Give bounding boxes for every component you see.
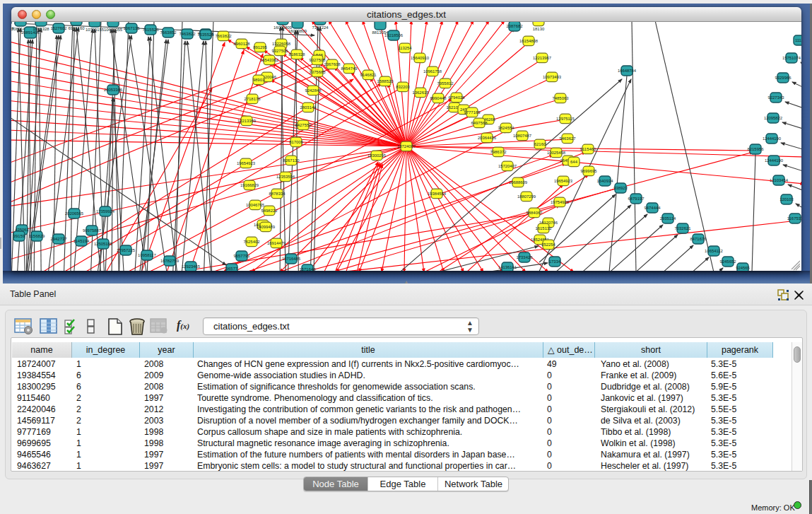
svg-text:7663822: 7663822 — [216, 34, 232, 38]
svg-text:16782759: 16782759 — [160, 259, 179, 263]
svg-text:8267130: 8267130 — [283, 158, 300, 163]
svg-text:18300295: 18300295 — [367, 153, 387, 158]
svg-text:7535526: 7535526 — [198, 33, 215, 37]
svg-text:7357224: 7357224 — [312, 25, 329, 30]
svg-text:8990448: 8990448 — [430, 96, 447, 100]
svg-text:12444190: 12444190 — [765, 158, 784, 163]
svg-text:924565: 924565 — [736, 266, 750, 270]
svg-text:2942737: 2942737 — [51, 237, 67, 241]
svg-text:12103454: 12103454 — [770, 178, 789, 182]
svg-text:9474444: 9474444 — [645, 206, 661, 210]
svg-text:16914479: 16914479 — [267, 241, 286, 245]
svg-text:17334: 17334 — [549, 259, 561, 264]
svg-text:10046765: 10046765 — [246, 203, 265, 207]
svg-text:16033809: 16033809 — [288, 29, 307, 33]
svg-text:16543362: 16543362 — [260, 58, 278, 62]
svg-text:9242848: 9242848 — [305, 88, 322, 93]
svg-text:18807299: 18807299 — [517, 194, 536, 199]
svg-text:12975115: 12975115 — [556, 117, 575, 121]
svg-text:113254: 113254 — [398, 46, 412, 50]
svg-text:9227343: 9227343 — [768, 95, 785, 100]
svg-text:7485063: 7485063 — [553, 96, 570, 100]
svg-text:6479197: 6479197 — [628, 197, 645, 201]
svg-text:832203: 832203 — [396, 85, 410, 89]
svg-text:9329966: 9329966 — [775, 76, 792, 80]
svg-text:19384554: 19384554 — [428, 192, 447, 196]
svg-text:10671355: 10671355 — [104, 28, 123, 32]
svg-text:13226058: 13226058 — [272, 42, 291, 46]
svg-text:7663852: 7663852 — [160, 30, 177, 35]
svg-text:6966160: 6966160 — [69, 26, 86, 30]
svg-text:7463822: 7463822 — [180, 32, 196, 36]
svg-text:1145194: 1145194 — [73, 239, 90, 243]
svg-text:12923465: 12923465 — [182, 264, 201, 269]
svg-text:7515526: 7515526 — [143, 28, 160, 32]
svg-text:18130: 18130 — [533, 27, 545, 31]
svg-text:19166829: 19166829 — [240, 183, 259, 187]
svg-text:891295: 891295 — [253, 45, 267, 49]
svg-text:644: 644 — [570, 160, 578, 164]
svg-text:12095822: 12095822 — [764, 116, 782, 120]
svg-text:7032621: 7032621 — [675, 226, 691, 230]
svg-text:8186328: 8186328 — [289, 52, 306, 57]
svg-text:2087682: 2087682 — [507, 24, 523, 28]
svg-text:9884067: 9884067 — [526, 211, 543, 215]
svg-text:9115460: 9115460 — [580, 147, 596, 151]
svg-text:16154808: 16154808 — [519, 39, 539, 43]
svg-text:20206565: 20206565 — [65, 211, 84, 216]
svg-text:9146821: 9146821 — [360, 73, 377, 77]
svg-text:98901: 98901 — [253, 78, 264, 82]
svg-text:96577: 96577 — [226, 267, 237, 271]
svg-text:8215956: 8215956 — [748, 147, 765, 151]
svg-text:938923: 938923 — [613, 186, 628, 190]
svg-text:1067135: 1067135 — [124, 26, 141, 30]
svg-text:1167533: 1167533 — [787, 216, 801, 221]
svg-text:3375685: 3375685 — [310, 70, 326, 74]
svg-text:18724007: 18724007 — [397, 144, 416, 148]
svg-text:90975887: 90975887 — [83, 228, 101, 233]
svg-text:17957225: 17957225 — [117, 248, 136, 252]
svg-text:8471676: 8471676 — [690, 237, 707, 241]
svg-text:9463627: 9463627 — [560, 136, 576, 141]
svg-text:20364436: 20364436 — [478, 136, 497, 140]
svg-text:20053346: 20053346 — [104, 88, 123, 92]
svg-text:15720407: 15720407 — [498, 164, 517, 168]
svg-text:1156829: 1156829 — [29, 234, 45, 238]
svg-text:2935114: 2935114 — [660, 216, 676, 221]
svg-text:12505185: 12505185 — [94, 242, 113, 246]
svg-text:10807487: 10807487 — [513, 134, 531, 138]
svg-text:10719155: 10719155 — [86, 28, 105, 32]
svg-text:10025458: 10025458 — [547, 151, 566, 155]
svg-text:15751074: 15751074 — [782, 56, 801, 60]
svg-text:817006: 817006 — [289, 140, 303, 144]
svg-text:62160: 62160 — [534, 142, 546, 146]
svg-text:2803144: 2803144 — [300, 105, 317, 110]
svg-text:7955812: 7955812 — [437, 81, 454, 86]
svg-text:1527602: 1527602 — [51, 26, 67, 30]
svg-text:8960128: 8960128 — [234, 42, 251, 46]
svg-text:10973493: 10973493 — [543, 75, 562, 79]
svg-text:16648784: 16648784 — [618, 69, 637, 73]
svg-text:17359924: 17359924 — [96, 209, 115, 214]
svg-text:1640934: 1640934 — [597, 179, 614, 183]
svg-text:10961758: 10961758 — [423, 69, 442, 74]
svg-text:1588520: 1588520 — [377, 79, 394, 83]
svg-text:1733426: 1733426 — [517, 255, 534, 259]
svg-text:12213967: 12213967 — [533, 56, 551, 60]
svg-text:15640910: 15640910 — [411, 56, 430, 60]
svg-text:8878334: 8878334 — [269, 192, 286, 196]
svg-text:7625402: 7625402 — [244, 240, 260, 244]
svg-text:19654923: 19654923 — [237, 161, 256, 165]
svg-text:10654112: 10654112 — [705, 249, 723, 253]
svg-text:10688609: 10688609 — [509, 180, 527, 185]
svg-text:10958117: 10958117 — [138, 253, 156, 257]
svg-text:9777169: 9777169 — [464, 110, 481, 115]
svg-text:1615132: 1615132 — [536, 226, 552, 230]
svg-text:5498222: 5498222 — [261, 209, 278, 213]
svg-text:39159: 39159 — [13, 234, 25, 238]
svg-text:6794028: 6794028 — [449, 95, 466, 100]
svg-text:19218506: 19218506 — [384, 33, 404, 37]
svg-text:1362615: 1362615 — [413, 90, 430, 95]
svg-text:9245652: 9245652 — [720, 259, 736, 264]
svg-text:2367608: 2367608 — [324, 62, 341, 66]
